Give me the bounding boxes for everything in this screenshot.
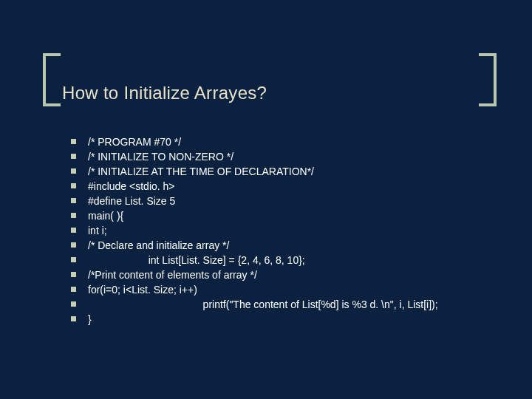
bullet-icon	[71, 287, 76, 292]
body-line: #define List. Size 5	[71, 194, 485, 208]
body-text: printf("The content of List[%d] is %3 d.…	[88, 297, 485, 312]
bullet-icon	[71, 242, 76, 248]
bracket-right	[479, 53, 497, 106]
body-line: main( ){	[71, 208, 485, 223]
body-text: #define List. Size 5	[88, 194, 485, 208]
slide: How to Initialize Arrayes? /* PROGRAM #7…	[0, 0, 532, 399]
body-line: printf("The content of List[%d] is %3 d.…	[71, 297, 485, 312]
body-text: /* Declare and initialize array */	[88, 238, 485, 253]
body-line: /* INITIALIZE TO NON-ZERO */	[71, 149, 485, 164]
slide-body: /* PROGRAM #70 */ /* INITIALIZE TO NON-Z…	[71, 134, 485, 327]
body-line: #include <stdio. h>	[71, 179, 485, 194]
bullet-icon	[71, 154, 76, 159]
body-text: /* PROGRAM #70 */	[88, 134, 485, 149]
bullet-icon	[71, 198, 76, 203]
body-line: }	[71, 312, 485, 327]
body-line: int i;	[71, 223, 485, 238]
body-line: int List[List. Size] = {2, 4, 6, 8, 10};	[71, 253, 485, 267]
body-text: #include <stdio. h>	[88, 179, 485, 194]
bullet-icon	[71, 213, 76, 218]
bullet-icon	[71, 301, 76, 307]
body-text: int List[List. Size] = {2, 4, 6, 8, 10};	[88, 253, 485, 267]
body-text: }	[88, 312, 485, 327]
bullet-icon	[71, 183, 76, 188]
body-line: /* Declare and initialize array */	[71, 238, 485, 253]
body-text: /*Print content of elements of array */	[88, 267, 485, 282]
body-line: for(i=0; i<List. Size; i++)	[71, 282, 485, 297]
body-text: for(i=0; i<List. Size; i++)	[88, 282, 485, 297]
bullet-icon	[71, 228, 76, 233]
body-text: int i;	[88, 223, 485, 238]
bullet-icon	[71, 257, 76, 262]
body-line: /* PROGRAM #70 */	[71, 134, 485, 149]
body-line: /* INITIALIZE AT THE TIME OF DECLARATION…	[71, 164, 485, 179]
bullet-icon	[71, 272, 76, 277]
body-text: /* INITIALIZE AT THE TIME OF DECLARATION…	[88, 164, 485, 179]
body-line: /*Print content of elements of array */	[71, 267, 485, 282]
body-text: main( ){	[88, 208, 485, 223]
bullet-icon	[71, 139, 76, 144]
slide-title: How to Initialize Arrayes?	[62, 83, 267, 103]
body-text: /* INITIALIZE TO NON-ZERO */	[88, 149, 485, 164]
bullet-icon	[71, 316, 76, 321]
bullet-icon	[71, 168, 76, 174]
bracket-left	[43, 53, 61, 106]
